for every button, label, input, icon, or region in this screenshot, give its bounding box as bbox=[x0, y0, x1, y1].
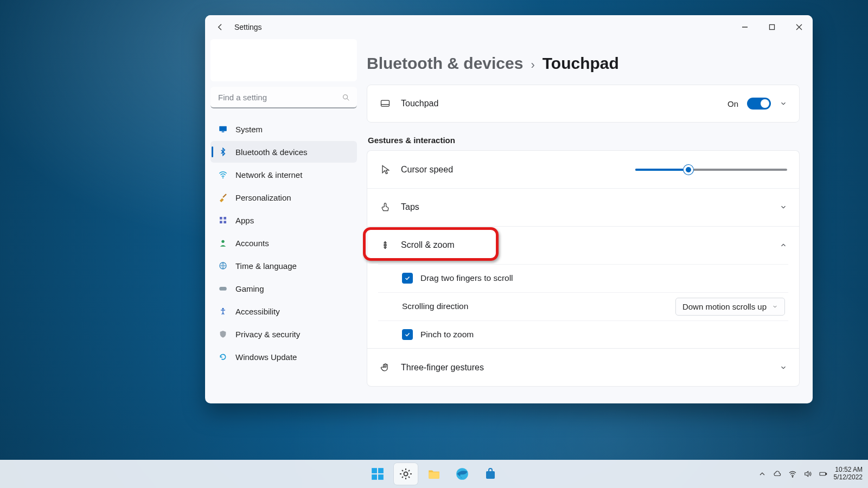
bluetooth-icon bbox=[218, 147, 228, 157]
cursor-icon bbox=[379, 164, 391, 176]
sidebar-item-privacy[interactable]: Privacy & security bbox=[210, 323, 357, 345]
drag-two-fingers-label: Drag two fingers to scroll bbox=[420, 273, 513, 283]
cloud-icon[interactable] bbox=[773, 470, 782, 478]
scrolling-direction-dropdown[interactable]: Down motion scrolls up bbox=[675, 298, 785, 316]
minimize-button[interactable] bbox=[731, 15, 758, 39]
folder-icon bbox=[427, 467, 441, 481]
taskbar-store[interactable] bbox=[478, 463, 502, 485]
person-icon bbox=[218, 238, 228, 248]
svg-rect-25 bbox=[826, 473, 826, 475]
sidebar-item-label: Accessibility bbox=[235, 307, 280, 316]
sidebar-nav: System Bluetooth & devices Network & int… bbox=[210, 118, 357, 368]
svg-rect-18 bbox=[378, 474, 384, 480]
svg-rect-6 bbox=[224, 217, 226, 220]
sidebar-item-label: Network & internet bbox=[235, 170, 302, 179]
scrolling-direction-value: Down motion scrolls up bbox=[682, 302, 767, 311]
volume-icon[interactable] bbox=[803, 470, 812, 478]
chevron-down-icon bbox=[780, 203, 787, 211]
svg-rect-20 bbox=[429, 472, 439, 479]
sidebar-item-network[interactable]: Network & internet bbox=[210, 164, 357, 185]
scroll-zoom-row[interactable]: Scroll & zoom bbox=[367, 226, 800, 264]
sidebar-item-windows-update[interactable]: Windows Update bbox=[210, 346, 357, 368]
clock-time: 10:52 AM bbox=[834, 466, 863, 474]
window-titlebar: Settings bbox=[205, 15, 813, 39]
three-finger-row[interactable]: Three-finger gestures bbox=[367, 349, 800, 387]
pinch-zoom-label: Pinch to zoom bbox=[420, 330, 474, 339]
sidebar-item-system[interactable]: System bbox=[210, 118, 357, 140]
svg-rect-3 bbox=[222, 132, 225, 133]
taps-label: Taps bbox=[401, 202, 419, 212]
chevron-down-icon bbox=[780, 364, 787, 371]
svg-point-12 bbox=[222, 308, 224, 310]
sidebar-item-label: Apps bbox=[235, 216, 254, 225]
search-icon bbox=[342, 93, 350, 102]
system-tray: 10:52 AM 5/12/2022 bbox=[758, 466, 863, 481]
svg-point-9 bbox=[221, 240, 224, 243]
svg-point-4 bbox=[222, 177, 224, 178]
scrolling-direction-label: Scrolling direction bbox=[402, 301, 468, 311]
account-card[interactable] bbox=[210, 39, 357, 81]
battery-icon[interactable] bbox=[819, 470, 827, 478]
drag-two-fingers-row[interactable]: Drag two fingers to scroll bbox=[367, 264, 800, 292]
sidebar-item-label: Personalization bbox=[235, 193, 291, 202]
sidebar-item-label: Windows Update bbox=[235, 352, 297, 362]
back-button[interactable] bbox=[210, 17, 230, 37]
windows-icon bbox=[371, 467, 385, 481]
touchpad-toggle-row[interactable]: Touchpad On bbox=[367, 85, 800, 123]
chevron-up-icon[interactable] bbox=[758, 470, 767, 478]
toggle-state-text: On bbox=[727, 99, 738, 108]
taskbar-settings[interactable] bbox=[394, 463, 418, 485]
edge-icon bbox=[455, 467, 469, 481]
sidebar-item-accessibility[interactable]: Accessibility bbox=[210, 300, 357, 322]
search-input[interactable] bbox=[210, 87, 357, 108]
sidebar-item-bluetooth-devices[interactable]: Bluetooth & devices bbox=[210, 141, 357, 163]
taskbar-center bbox=[366, 463, 502, 485]
wifi-icon[interactable] bbox=[788, 470, 797, 478]
breadcrumb-parent[interactable]: Bluetooth & devices bbox=[367, 54, 523, 73]
close-button[interactable] bbox=[786, 15, 813, 39]
sidebar-item-personalization[interactable]: Personalization bbox=[210, 187, 357, 208]
globe-icon bbox=[218, 261, 228, 271]
svg-rect-16 bbox=[378, 468, 384, 473]
touchpad-toggle[interactable] bbox=[747, 98, 771, 110]
drag-two-fingers-checkbox[interactable] bbox=[402, 273, 413, 284]
window-title: Settings bbox=[234, 23, 262, 31]
svg-rect-7 bbox=[220, 221, 222, 223]
scroll-icon bbox=[379, 239, 391, 251]
search-field-wrap bbox=[210, 87, 357, 108]
update-icon bbox=[218, 352, 228, 362]
clock-date: 5/12/2022 bbox=[834, 474, 863, 481]
pinch-zoom-row[interactable]: Pinch to zoom bbox=[367, 320, 800, 349]
taskbar-edge[interactable] bbox=[450, 463, 474, 485]
window-controls bbox=[731, 15, 813, 39]
accessibility-icon bbox=[218, 306, 228, 316]
maximize-button[interactable] bbox=[758, 15, 786, 39]
chevron-right-icon: › bbox=[531, 58, 534, 72]
taskbar-clock[interactable]: 10:52 AM 5/12/2022 bbox=[834, 466, 863, 481]
chevron-down-icon bbox=[780, 100, 787, 107]
svg-rect-24 bbox=[820, 472, 826, 475]
pinch-zoom-checkbox[interactable] bbox=[402, 329, 413, 340]
start-button[interactable] bbox=[366, 463, 390, 485]
svg-rect-5 bbox=[220, 217, 222, 220]
taps-row[interactable]: Taps bbox=[367, 188, 800, 226]
svg-rect-11 bbox=[219, 287, 227, 291]
sidebar-item-label: Privacy & security bbox=[235, 330, 300, 339]
apps-icon bbox=[218, 215, 228, 225]
sidebar-item-accounts[interactable]: Accounts bbox=[210, 232, 357, 254]
cursor-speed-slider[interactable] bbox=[635, 169, 787, 171]
cursor-speed-label: Cursor speed bbox=[401, 165, 453, 175]
taskbar-explorer[interactable] bbox=[422, 463, 446, 485]
sidebar: System Bluetooth & devices Network & int… bbox=[205, 39, 362, 403]
wifi-icon bbox=[218, 170, 228, 179]
breadcrumb: Bluetooth & devices › Touchpad bbox=[367, 54, 800, 73]
svg-point-19 bbox=[404, 472, 408, 476]
sidebar-item-label: Gaming bbox=[235, 284, 264, 293]
sidebar-item-apps[interactable]: Apps bbox=[210, 209, 357, 231]
close-icon bbox=[796, 24, 802, 30]
shield-icon bbox=[218, 329, 228, 339]
sidebar-item-time-language[interactable]: Time & language bbox=[210, 255, 357, 277]
touchpad-icon bbox=[379, 98, 391, 110]
chevron-up-icon bbox=[780, 241, 787, 249]
sidebar-item-gaming[interactable]: Gaming bbox=[210, 278, 357, 299]
